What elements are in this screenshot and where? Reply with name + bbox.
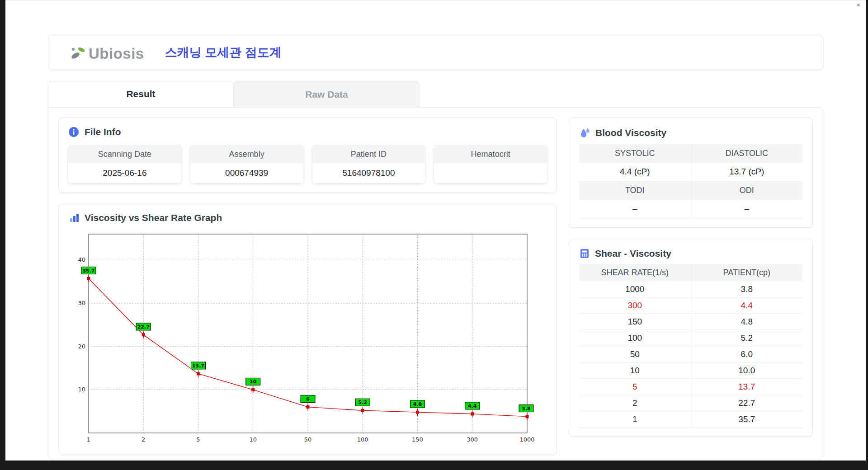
sv-shear-value: 150 bbox=[579, 314, 691, 329]
svg-text:10: 10 bbox=[249, 436, 257, 443]
right-column: Blood Viscosity SYSTOLIC DIASTOLIC 4.4 (… bbox=[569, 118, 813, 450]
file-info-title: File Info bbox=[85, 127, 121, 137]
svg-text:6: 6 bbox=[306, 396, 310, 402]
app-window: × Ubiosis 스캐닝 모세관 점도계 Result Raw Data bbox=[5, 0, 866, 461]
graph-title-row: Viscosity vs Shear Rate Graph bbox=[69, 212, 547, 223]
shear-viscosity-title-row: Shear - Viscosity bbox=[579, 248, 802, 259]
svg-text:10: 10 bbox=[78, 386, 85, 393]
calculator-icon bbox=[579, 248, 590, 259]
field-assembly: Assembly 000674939 bbox=[190, 145, 304, 183]
table-row: 100 5.2 bbox=[579, 330, 802, 346]
bv-odi-value: – bbox=[691, 200, 803, 218]
bv-header-row: SYSTOLIC DIASTOLIC bbox=[579, 144, 802, 163]
svg-text:2: 2 bbox=[142, 436, 145, 443]
sv-patient-value: 13.7 bbox=[691, 379, 803, 395]
ubiosis-logo: Ubiosis bbox=[69, 44, 144, 61]
bv-todi-value: – bbox=[579, 200, 691, 218]
chart-container: 102030401251050100150300100035.722.713.7… bbox=[69, 227, 547, 450]
file-info-title-row: File Info bbox=[68, 126, 547, 138]
file-info-card: File Info Scanning Date 2025-06-16 Assem… bbox=[58, 118, 557, 193]
sv-patient-value: 35.7 bbox=[691, 411, 803, 427]
graph-card: Viscosity vs Shear Rate Graph 1020304012… bbox=[58, 204, 557, 455]
blood-viscosity-table: SYSTOLIC DIASTOLIC 4.4 (cP) 13.7 (cP) TO… bbox=[579, 144, 802, 218]
page-title: 스캐닝 모세관 점도계 bbox=[165, 44, 282, 61]
sv-shear-value: 50 bbox=[579, 346, 691, 362]
info-icon bbox=[68, 126, 80, 138]
sv-patient-value: 6.0 bbox=[691, 346, 803, 362]
field-label: Patient ID bbox=[312, 145, 425, 163]
left-column: File Info Scanning Date 2025-06-16 Assem… bbox=[58, 118, 557, 450]
svg-text:4.4: 4.4 bbox=[468, 403, 477, 409]
blood-viscosity-title: Blood Viscosity bbox=[595, 127, 666, 138]
svg-text:4.8: 4.8 bbox=[413, 401, 422, 407]
svg-text:1: 1 bbox=[87, 436, 90, 443]
app-header: Ubiosis 스캐닝 모세관 점도계 bbox=[48, 35, 823, 70]
svg-text:40: 40 bbox=[78, 256, 85, 263]
result-panel: File Info Scanning Date 2025-06-16 Assem… bbox=[48, 107, 823, 460]
sv-patient-value: 4.4 bbox=[691, 297, 803, 313]
field-hematocrit: Hematocrit bbox=[434, 145, 547, 183]
blood-viscosity-card: Blood Viscosity SYSTOLIC DIASTOLIC 4.4 (… bbox=[569, 118, 813, 228]
sv-patient-value: 5.2 bbox=[691, 330, 803, 346]
graph-title: Viscosity vs Shear Rate Graph bbox=[85, 212, 222, 223]
shear-viscosity-title: Shear - Viscosity bbox=[595, 248, 671, 259]
shear-viscosity-card: Shear - Viscosity SHEAR RATE(1/s) PATIEN… bbox=[569, 239, 813, 437]
bv-systolic-value: 4.4 (cP) bbox=[579, 163, 691, 181]
sv-shear-value: 10 bbox=[579, 362, 691, 378]
bv-header-odi: ODI bbox=[691, 181, 803, 200]
bv-value-row: – – bbox=[579, 200, 802, 218]
table-row: 2 22.7 bbox=[579, 395, 802, 411]
sv-patient-value: 4.8 bbox=[691, 314, 803, 329]
svg-text:20: 20 bbox=[78, 343, 85, 350]
svg-text:150: 150 bbox=[412, 436, 423, 443]
close-icon[interactable]: × bbox=[856, 1, 860, 8]
bv-value-row: 4.4 (cP) 13.7 (cP) bbox=[579, 163, 802, 181]
svg-text:35.7: 35.7 bbox=[82, 268, 94, 274]
svg-text:5: 5 bbox=[196, 436, 200, 443]
sv-shear-value: 1000 bbox=[579, 281, 691, 297]
field-value: 2025-06-16 bbox=[68, 163, 181, 183]
svg-text:10: 10 bbox=[250, 379, 257, 385]
tab-result[interactable]: Result bbox=[48, 81, 234, 107]
field-label: Hematocrit bbox=[434, 145, 547, 163]
svg-text:50: 50 bbox=[304, 436, 312, 443]
table-row: 150 4.8 bbox=[579, 314, 802, 330]
bv-header-todi: TODI bbox=[579, 181, 691, 200]
field-label: Assembly bbox=[190, 145, 303, 163]
sv-patient-value: 3.8 bbox=[691, 281, 803, 297]
file-info-fields: Scanning Date 2025-06-16 Assembly 000674… bbox=[68, 145, 547, 183]
sv-shear-value: 5 bbox=[579, 379, 691, 395]
table-row: 50 6.0 bbox=[579, 346, 802, 362]
sv-shear-value: 100 bbox=[579, 330, 691, 346]
field-value bbox=[434, 163, 547, 183]
field-patient-id: Patient ID 51640978100 bbox=[312, 145, 426, 183]
sv-header-row: SHEAR RATE(1/s) PATIENT(cp) bbox=[579, 264, 802, 281]
sv-patient-value: 10.0 bbox=[691, 362, 803, 378]
svg-text:3.8: 3.8 bbox=[522, 406, 531, 412]
viscosity-chart: 102030401251050100150300100035.722.713.7… bbox=[69, 227, 534, 448]
bar-chart-icon bbox=[69, 212, 80, 223]
table-row: 1 35.7 bbox=[579, 411, 802, 428]
bv-header-diastolic: DIASTOLIC bbox=[691, 144, 803, 163]
table-row: 5 13.7 bbox=[579, 379, 802, 395]
leaf-logo-icon bbox=[69, 44, 88, 61]
svg-text:5.2: 5.2 bbox=[359, 400, 368, 405]
field-value: 51640978100 bbox=[312, 163, 425, 183]
droplet-icon bbox=[579, 127, 590, 138]
sv-shear-value: 300 bbox=[579, 297, 691, 313]
table-row: 10 10.0 bbox=[579, 362, 802, 379]
sv-shear-value: 1 bbox=[579, 411, 691, 427]
tab-raw-data[interactable]: Raw Data bbox=[234, 81, 420, 107]
table-row: 300 4.4 bbox=[579, 297, 802, 314]
logo-text: Ubiosis bbox=[89, 46, 144, 61]
bv-diastolic-value: 13.7 (cP) bbox=[691, 163, 803, 181]
svg-text:13.7: 13.7 bbox=[192, 363, 204, 369]
sv-col-shear-rate: SHEAR RATE(1/s) bbox=[579, 264, 691, 281]
field-value: 000674939 bbox=[190, 163, 303, 183]
field-scanning-date: Scanning Date 2025-06-16 bbox=[68, 145, 182, 183]
svg-text:22.7: 22.7 bbox=[137, 324, 150, 330]
svg-text:300: 300 bbox=[467, 436, 478, 443]
blood-viscosity-title-row: Blood Viscosity bbox=[579, 127, 802, 138]
sv-patient-value: 22.7 bbox=[691, 395, 803, 411]
svg-text:1000: 1000 bbox=[519, 436, 534, 443]
